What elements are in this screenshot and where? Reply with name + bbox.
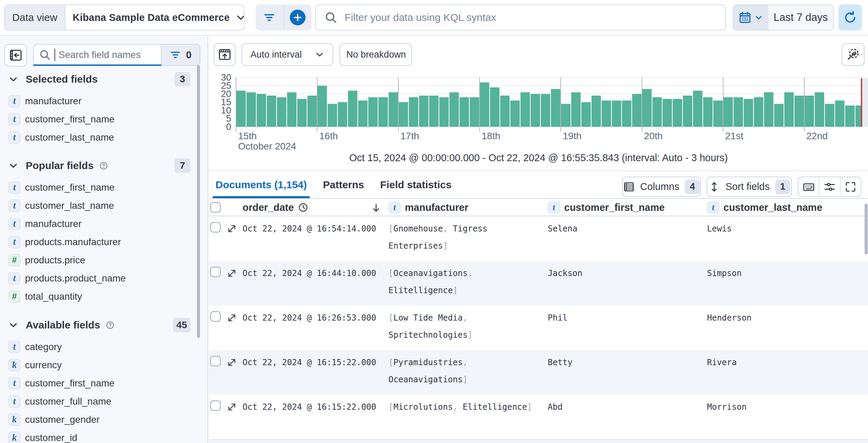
table-row[interactable]: Oct 22, 2024 @ 16:54:14.000[Gnomehouse, … bbox=[209, 216, 868, 261]
histogram-bar[interactable] bbox=[581, 102, 591, 127]
histogram-bar[interactable] bbox=[683, 96, 692, 127]
histogram-bar[interactable] bbox=[277, 97, 286, 127]
table-row[interactable]: Oct 22, 2024 @ 16:15:22.000[Microlutions… bbox=[209, 395, 868, 439]
field-list-item[interactable]: #products.price bbox=[8, 251, 190, 269]
field-list-item[interactable]: tcustomer_full_name bbox=[8, 392, 190, 410]
field-list-item[interactable]: tcustomer_last_name bbox=[8, 128, 190, 146]
display-options-button[interactable] bbox=[819, 177, 840, 196]
histogram-bar[interactable] bbox=[449, 92, 459, 127]
column-header-customer_last_name[interactable]: tcustomer_last_name bbox=[707, 199, 822, 216]
field-list-item[interactable]: tproducts.product_name bbox=[8, 269, 190, 287]
histogram-interval-select[interactable]: Auto interval bbox=[241, 43, 333, 66]
fullscreen-button[interactable] bbox=[840, 177, 861, 196]
histogram-bar[interactable] bbox=[480, 82, 489, 127]
expand-document-button[interactable] bbox=[227, 357, 237, 368]
tab-documents[interactable]: Documents (1,154) bbox=[213, 171, 310, 198]
histogram-breakdown-select[interactable]: No breakdown bbox=[339, 43, 412, 66]
table-row[interactable]: Oct 22, 2024 @ 16:44:10.000[Oceanavigati… bbox=[209, 261, 868, 306]
table-row[interactable]: Oct 22, 2024 @ 16:26:53.000[Low Tide Med… bbox=[209, 306, 868, 350]
row-checkbox[interactable] bbox=[210, 356, 221, 366]
histogram-bar[interactable] bbox=[744, 99, 753, 127]
field-list-item[interactable]: tcustomer_last_name bbox=[8, 196, 190, 215]
field-list-item[interactable]: tproducts.manufacturer bbox=[8, 233, 190, 251]
row-checkbox[interactable] bbox=[210, 222, 221, 232]
histogram-bar[interactable] bbox=[247, 92, 256, 127]
histogram-bar[interactable] bbox=[409, 97, 418, 127]
sort-fields-button[interactable]: Sort fields 1 bbox=[707, 177, 792, 197]
select-all-checkbox[interactable] bbox=[210, 199, 221, 216]
histogram-bar[interactable] bbox=[805, 96, 814, 127]
table-row[interactable]: Oct 22, 2024 @ 16:15:22.000[Pyramidustri… bbox=[209, 350, 868, 395]
field-list-item[interactable]: kcustomer_id bbox=[8, 429, 190, 443]
tab-field-statistics[interactable]: Field statistics bbox=[377, 171, 454, 198]
histogram-bar[interactable] bbox=[784, 92, 794, 127]
histogram-bar[interactable] bbox=[328, 104, 337, 127]
field-list-item[interactable]: tcategory bbox=[8, 338, 190, 356]
row-checkbox[interactable] bbox=[210, 400, 221, 411]
histogram-bar[interactable] bbox=[561, 104, 570, 127]
histogram-bar[interactable] bbox=[632, 94, 641, 127]
collapse-sidebar-button[interactable] bbox=[4, 44, 27, 67]
field-section-header[interactable]: Available fields45 bbox=[8, 316, 190, 334]
columns-button[interactable]: Columns 4 bbox=[622, 177, 701, 197]
histogram-bar[interactable] bbox=[318, 86, 327, 127]
histogram-bar[interactable] bbox=[348, 91, 357, 127]
histogram-bar[interactable] bbox=[734, 97, 743, 127]
histogram-bar[interactable] bbox=[774, 104, 783, 127]
histogram-bar[interactable] bbox=[338, 102, 347, 127]
field-list-item[interactable]: tcustomer_first_name bbox=[8, 110, 190, 128]
histogram-bar[interactable] bbox=[602, 100, 611, 127]
histogram-bar[interactable] bbox=[642, 89, 652, 127]
expand-document-button[interactable] bbox=[227, 268, 237, 278]
histogram-bar[interactable] bbox=[429, 96, 438, 127]
histogram-bar[interactable] bbox=[297, 99, 307, 127]
histogram-bar[interactable] bbox=[662, 99, 672, 127]
histogram-bar[interactable] bbox=[825, 104, 834, 127]
histogram-bar[interactable] bbox=[723, 97, 733, 127]
add-filter-button[interactable] bbox=[283, 4, 312, 31]
histogram-bar[interactable] bbox=[419, 96, 428, 127]
hide-chart-button[interactable] bbox=[214, 43, 236, 66]
row-checkbox[interactable] bbox=[210, 267, 221, 277]
sidebar-scrollbar[interactable] bbox=[197, 65, 200, 338]
histogram-bar[interactable] bbox=[460, 97, 469, 127]
expand-document-button[interactable] bbox=[227, 402, 237, 412]
histogram-bar[interactable] bbox=[673, 99, 682, 127]
histogram-bar[interactable] bbox=[236, 91, 246, 127]
expand-document-button[interactable] bbox=[227, 224, 237, 234]
refresh-query-button[interactable] bbox=[839, 4, 862, 31]
field-filter-button[interactable]: 0 bbox=[161, 45, 200, 65]
field-list-item[interactable]: kcustomer_gender bbox=[8, 410, 190, 429]
histogram-bar[interactable] bbox=[358, 100, 368, 127]
histogram-bar[interactable] bbox=[794, 96, 804, 127]
histogram-bar[interactable] bbox=[713, 100, 722, 127]
keyboard-shortcuts-button[interactable] bbox=[798, 177, 819, 196]
expand-document-button[interactable] bbox=[227, 313, 237, 323]
histogram-bar[interactable] bbox=[470, 97, 479, 127]
field-list-item[interactable]: tmanufacturer bbox=[8, 92, 190, 110]
edit-visualization-button[interactable] bbox=[842, 43, 865, 66]
column-header-customer_first_name[interactable]: tcustomer_first_name bbox=[548, 199, 665, 216]
field-list-item[interactable]: #total_quantity bbox=[8, 287, 190, 306]
tab-patterns[interactable]: Patterns bbox=[320, 171, 367, 198]
data-view-picker[interactable]: Data view Kibana Sample Data eCommerce bbox=[4, 4, 245, 31]
field-section-header[interactable]: Selected fields3 bbox=[8, 71, 190, 88]
histogram-bar[interactable] bbox=[368, 97, 377, 127]
histogram-bar[interactable] bbox=[835, 100, 844, 127]
histogram-bar[interactable] bbox=[622, 100, 631, 127]
histogram-bar[interactable] bbox=[439, 97, 449, 127]
histogram-bar[interactable] bbox=[551, 89, 560, 127]
field-list-item[interactable]: kcurrency bbox=[8, 356, 190, 374]
histogram-bar[interactable] bbox=[764, 92, 773, 127]
column-header-manufacturer[interactable]: tmanufacturer bbox=[388, 199, 468, 216]
histogram-bar[interactable] bbox=[612, 100, 621, 127]
histogram-bar[interactable] bbox=[287, 92, 296, 127]
histogram-bar[interactable] bbox=[815, 92, 824, 127]
histogram-bar[interactable] bbox=[307, 96, 317, 127]
histogram-bar[interactable] bbox=[388, 92, 398, 127]
field-list-item[interactable]: tmanufacturer bbox=[8, 215, 190, 233]
field-list-item[interactable]: tcustomer_first_name bbox=[8, 374, 190, 392]
histogram-bar[interactable] bbox=[754, 97, 763, 127]
histogram-bar[interactable] bbox=[693, 91, 702, 127]
row-checkbox[interactable] bbox=[210, 311, 221, 322]
